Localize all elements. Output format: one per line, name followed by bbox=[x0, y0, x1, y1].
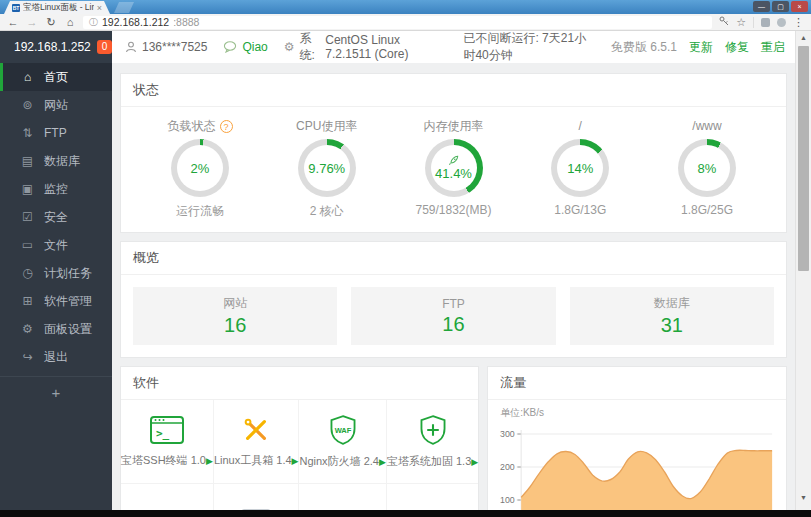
overview-label: 网站 bbox=[223, 295, 247, 312]
shield-check-icon: ☑ bbox=[21, 210, 34, 224]
screen-bottom-edge bbox=[0, 510, 811, 517]
window-minimize-button[interactable]: — bbox=[753, 1, 770, 12]
gauge-value: 41.4% bbox=[435, 166, 472, 181]
browser-toolbar: ← → ↻ ⌂ ⓘ 192.168.1.212 :8888 ☆ ⋮ bbox=[0, 14, 811, 31]
gauge-load: 负载状态 ? 2% 运行流畅 bbox=[145, 117, 255, 220]
arrow-icon: ▶ bbox=[292, 456, 299, 466]
arrow-icon: ▶ bbox=[379, 457, 386, 467]
sidebar-item-ftp[interactable]: ⇅ FTP bbox=[0, 119, 112, 147]
sidebar-item-cron[interactable]: ◷ 计划任务 bbox=[0, 259, 112, 287]
server-ip-block[interactable]: 192.168.1.252 0 bbox=[0, 31, 112, 63]
sidebar-item-files[interactable]: ▭ 文件 bbox=[0, 231, 112, 259]
gauge-sub: 2 核心 bbox=[272, 203, 382, 220]
window-close-button[interactable]: × bbox=[791, 1, 808, 12]
account-number: 136****7525 bbox=[142, 40, 207, 54]
status-card-title: 状态 bbox=[121, 74, 786, 107]
software-name: 宝塔系统加固 bbox=[387, 455, 453, 467]
gear-icon: ⚙ bbox=[284, 40, 295, 54]
gauge-sub: 1.8G/13G bbox=[525, 203, 635, 217]
sidebar-item-label: 安全 bbox=[44, 209, 68, 226]
waf-shield-icon: WAF bbox=[329, 415, 357, 445]
qq-item[interactable]: Qiao bbox=[223, 40, 267, 54]
overview-websites[interactable]: 网站 16 bbox=[133, 287, 337, 345]
favicon-bt: BT bbox=[12, 4, 20, 12]
new-tab-button[interactable] bbox=[114, 2, 134, 13]
scrollbar-down-arrow[interactable]: ▼ bbox=[796, 491, 811, 505]
sidebar-item-label: 首页 bbox=[44, 69, 68, 86]
sidebar-item-label: 计划任务 bbox=[44, 265, 92, 282]
software-item-partial[interactable] bbox=[121, 484, 214, 511]
sidebar-item-label: 数据库 bbox=[44, 153, 80, 170]
page-scrollbar[interactable]: ▲ ▼ bbox=[795, 31, 811, 511]
gauge-value: 9.76% bbox=[308, 161, 345, 176]
software-version: 1.0 bbox=[191, 454, 206, 466]
update-link[interactable]: 更新 bbox=[689, 39, 713, 56]
forward-icon[interactable]: → bbox=[26, 16, 38, 28]
gauge-sub: 759/1832(MB) bbox=[399, 203, 509, 217]
window-maximize-button[interactable]: ▢ bbox=[772, 1, 789, 12]
gauge-memory: 内存使用率 41.4% 759/1832(MB) bbox=[399, 117, 509, 220]
sidebar-item-website[interactable]: ⊚ 网站 bbox=[0, 91, 112, 119]
browser-titlebar: BT 宝塔Linux面板 - Linux版 × — ▢ × bbox=[0, 0, 811, 14]
sidebar-item-appstore[interactable]: ⊞ 软件管理 bbox=[0, 287, 112, 315]
key-icon[interactable] bbox=[719, 16, 729, 28]
uptime-text: 已不间断运行: 7天21小时40分钟 bbox=[463, 30, 598, 64]
menu-icon[interactable]: ⋮ bbox=[793, 16, 804, 29]
sidebar-item-label: 面板设置 bbox=[44, 321, 92, 338]
address-bar[interactable]: ⓘ 192.168.1.212 :8888 bbox=[83, 16, 712, 29]
software-item-partial[interactable] bbox=[214, 484, 300, 511]
gauge-disk-www: /www 8% 1.8G/25G bbox=[652, 117, 762, 220]
browser-window: BT 宝塔Linux面板 - Linux版 × — ▢ × ← → ↻ ⌂ ⓘ … bbox=[0, 0, 811, 517]
back-icon[interactable]: ← bbox=[7, 16, 19, 28]
tab-close-icon[interactable]: × bbox=[97, 3, 102, 13]
sidebar-item-database[interactable]: ▤ 数据库 bbox=[0, 147, 112, 175]
software-name: Nginx防火墙 bbox=[299, 455, 360, 467]
software-item-empty bbox=[299, 484, 386, 511]
server-ip: 192.168.1.252 bbox=[14, 40, 91, 54]
sidebar-item-home[interactable]: ⌂ 首页 bbox=[0, 63, 112, 91]
repair-link[interactable]: 修复 bbox=[725, 39, 749, 56]
gauge-ring: 8% bbox=[678, 139, 736, 197]
overview-label: 数据库 bbox=[654, 295, 690, 312]
bookmark-star-icon[interactable]: ☆ bbox=[736, 16, 746, 29]
sidebar-add-button[interactable]: + bbox=[0, 377, 112, 401]
system-item: ⚙ 系统: CentOS Linux 7.2.1511 (Core) bbox=[284, 30, 448, 64]
overview-databases[interactable]: 数据库 31 bbox=[570, 287, 774, 345]
transfer-icon: ⇅ bbox=[21, 126, 34, 140]
software-system-hardening[interactable]: 宝塔系统加固 1.3▶ bbox=[387, 400, 478, 484]
extension-icon[interactable] bbox=[761, 18, 770, 27]
overview-ftp[interactable]: FTP 16 bbox=[351, 287, 555, 345]
help-icon[interactable]: ? bbox=[220, 120, 233, 133]
info-icon[interactable]: ⓘ bbox=[89, 16, 98, 29]
sidebar-item-label: 软件管理 bbox=[44, 293, 92, 310]
gauge-value: 14% bbox=[567, 161, 593, 176]
scrollbar-thumb[interactable] bbox=[798, 46, 809, 271]
gauge-label: 内存使用率 bbox=[424, 118, 484, 135]
clock-icon: ◷ bbox=[21, 266, 34, 280]
software-nginx-waf[interactable]: WAF Nginx防火墙 2.4▶ bbox=[299, 400, 386, 484]
software-ssh-terminal[interactable]: >_ 宝塔SSH终端 1.0▶ bbox=[121, 400, 214, 484]
software-item-empty bbox=[387, 484, 478, 511]
software-name: 宝塔SSH终端 bbox=[121, 454, 188, 466]
sidebar-item-security[interactable]: ☑ 安全 bbox=[0, 203, 112, 231]
gauge-ring: 14% bbox=[551, 139, 609, 197]
gauge-ring: 41.4% bbox=[425, 139, 483, 197]
gauge-value: 8% bbox=[698, 161, 717, 176]
svg-text:WAF: WAF bbox=[334, 425, 351, 434]
sidebar-item-monitor[interactable]: ▣ 监控 bbox=[0, 175, 112, 203]
refresh-icon[interactable]: ↻ bbox=[45, 16, 57, 29]
svg-text:300: 300 bbox=[500, 429, 515, 439]
sidebar-item-label: 监控 bbox=[44, 181, 68, 198]
sidebar-item-settings[interactable]: ⚙ 面板设置 bbox=[0, 315, 112, 343]
gauge-label: /www bbox=[692, 119, 721, 133]
rocket-icon[interactable] bbox=[448, 155, 459, 166]
home-icon[interactable]: ⌂ bbox=[64, 16, 76, 28]
software-linux-toolbox[interactable]: Linux工具箱 1.4▶ bbox=[214, 400, 300, 484]
restart-link[interactable]: 重启 bbox=[761, 39, 785, 56]
extension-icon[interactable] bbox=[777, 18, 786, 27]
browser-tab[interactable]: BT 宝塔Linux面板 - Linux版 × bbox=[4, 1, 110, 14]
scrollbar-up-arrow[interactable]: ▲ bbox=[796, 31, 811, 45]
account-item[interactable]: 136****7525 bbox=[125, 40, 207, 54]
shield-plus-icon bbox=[419, 415, 447, 445]
sidebar-item-logout[interactable]: ↪ 退出 bbox=[0, 343, 112, 371]
